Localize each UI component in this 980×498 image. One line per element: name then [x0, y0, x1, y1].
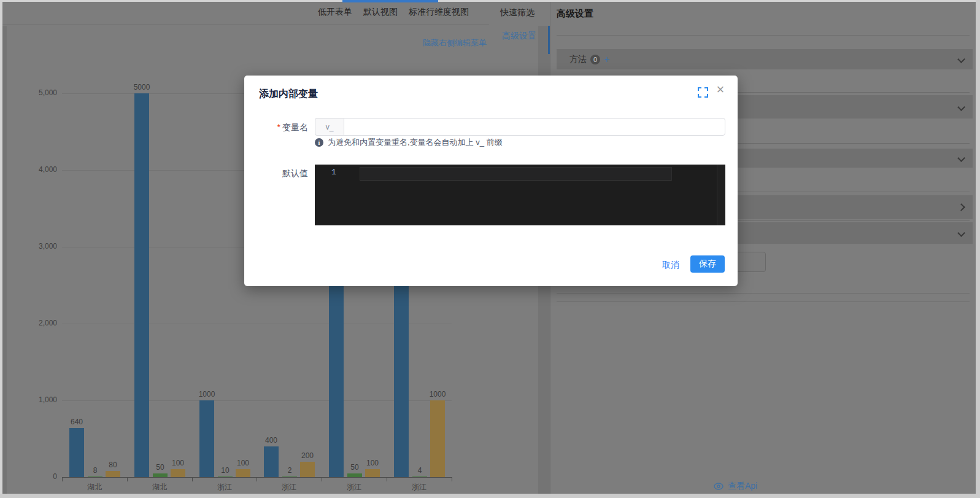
fullscreen-icon[interactable]	[698, 87, 708, 98]
info-icon: i	[315, 138, 323, 147]
variable-name-input[interactable]	[344, 118, 725, 136]
dialog-title: 添加内部变量	[259, 88, 318, 101]
cancel-button[interactable]: 取消	[662, 260, 679, 271]
help-text: 为避免和内置变量重名,变量名会自动加上 v_ 前缀	[328, 137, 503, 148]
required-asterisk: *	[277, 122, 280, 132]
default-value-label: 默认值	[253, 168, 308, 179]
add-internal-variable-dialog: 添加内部变量 × *变量名 v_ i 为避免和内置变量重名,变量名会自动加上 v…	[244, 76, 738, 286]
editor-scrollbar[interactable]	[717, 165, 725, 225]
save-button[interactable]: 保存	[690, 255, 725, 273]
default-value-code-editor[interactable]: 1	[315, 165, 725, 225]
editor-current-line[interactable]	[360, 167, 672, 181]
variable-name-input-group: v_	[315, 118, 725, 136]
app-window: 低开表单默认视图标准行维度视图 隐藏右侧编辑菜单 01,0002,0003,00…	[0, 0, 980, 498]
variable-name-label: *变量名	[253, 122, 308, 133]
close-icon[interactable]: ×	[714, 80, 727, 99]
editor-line-number: 1	[315, 168, 353, 177]
variable-name-help: i 为避免和内置变量重名,变量名会自动加上 v_ 前缀	[315, 137, 503, 148]
variable-prefix-addon: v_	[315, 118, 344, 136]
